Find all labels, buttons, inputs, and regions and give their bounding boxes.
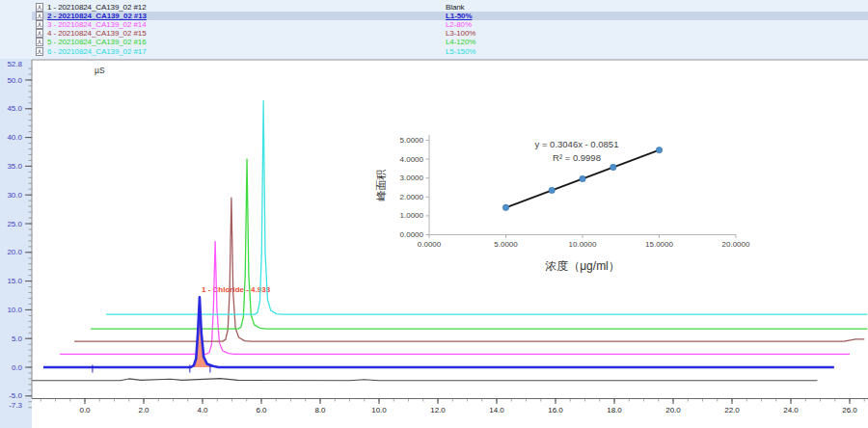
x-tick-label: 0.0	[79, 406, 91, 415]
y-tick-label: 20.0	[7, 248, 22, 256]
y-axis-min-label: -7.3	[9, 401, 22, 410]
y-tick-label: 40.0	[7, 133, 22, 142]
x-tick-label: 10.0	[371, 406, 387, 415]
legend-row-2[interactable]: 2 - 20210824_CA139_02 #13L1-50%	[32, 12, 868, 20]
legend-sample-name: 2 - 20210824_CA139_02 #13	[47, 12, 147, 20]
legend-row-5[interactable]: 5 - 20210824_CA139_02 #16L4-120%	[32, 38, 868, 46]
calibration-x-tick-label: 5.0000	[494, 240, 518, 249]
calibration-r2: R² = 0.9998	[553, 152, 601, 163]
x-tick-label: 4.0	[197, 406, 208, 415]
legend-level-label: L3-100%	[446, 29, 475, 38]
y-tick-label: 5.0	[12, 334, 23, 343]
chromatography-app-window: µS 1 - Chloride - 4.933 y = 0.3046x - 0.…	[0, 0, 868, 428]
y-tick-label: 15.0	[7, 277, 22, 285]
x-tick-label: 22.0	[724, 406, 740, 415]
calibration-equation: y = 0.3046x - 0.0851	[535, 139, 619, 149]
y-tick-label: -5.0	[9, 391, 22, 400]
x-tick-label: 12.0	[430, 406, 446, 415]
x-tick-label: 26.0	[842, 406, 857, 415]
trace-l1-50[interactable]	[43, 297, 834, 367]
legend-level-label: Blank	[446, 3, 465, 12]
x-tick-label: 8.0	[314, 406, 326, 415]
calibration-y-tick-label: 3.0000	[400, 174, 424, 182]
y-tick-label: 10.0	[7, 306, 22, 314]
x-tick-label: 2.0	[138, 406, 149, 415]
legend-row-3[interactable]: 3 - 20210824_CA139_02 #14L2-80%	[32, 20, 868, 29]
legend-row-6[interactable]: 6 - 20210824_CA139_02 #17L5-150%	[32, 47, 868, 56]
trace-l4-120[interactable]	[91, 159, 867, 329]
x-tick-label: 14.0	[489, 406, 504, 415]
calibration-point[interactable]	[549, 187, 555, 193]
calibration-x-tick-label: 20.0000	[722, 240, 750, 249]
y-tick-label: 50.0	[7, 76, 22, 85]
legend-level-label: L4-120%	[446, 38, 475, 46]
calibration-x-tick-label: 15.0000	[645, 240, 673, 249]
trace-blank[interactable]	[32, 379, 817, 381]
chromatogram-file-icon	[36, 47, 43, 58]
legend-row-1[interactable]: 1 - 20210824_CA139_02 #12Blank	[32, 3, 868, 12]
legend-level-label: L2-80%	[446, 20, 472, 29]
legend-sample-name: 5 - 20210824_CA139_02 #16	[47, 38, 146, 46]
legend-sample-name: 1 - 20210824_CA139_02 #12	[47, 3, 146, 12]
legend-sample-name: 3 - 20210824_CA139_02 #14	[47, 20, 146, 29]
x-tick-label: 24.0	[783, 406, 799, 415]
chromatogram-plot: µS 1 - Chloride - 4.933 y = 0.3046x - 0.…	[0, 0, 868, 428]
trace-legend: 1 - 20210824_CA139_02 #12Blank2 - 202108…	[0, 0, 868, 59]
calibration-x-tick-label: 0.0000	[418, 240, 442, 249]
x-tick-label: 16.0	[548, 406, 563, 415]
x-tick-label: 20.0	[665, 406, 681, 415]
legend-level-label: L1-50%	[446, 12, 472, 20]
calibration-x-tick-label: 10.0000	[569, 240, 597, 249]
calibration-y-tick-label: 1.0000	[400, 211, 424, 220]
calibration-point[interactable]	[580, 175, 585, 181]
legend-row-4[interactable]: 4 - 20210824_CA139_02 #15L3-100%	[32, 29, 868, 38]
x-tick-label: 18.0	[607, 406, 622, 415]
y-tick-label: 0.0	[12, 363, 23, 372]
legend-sample-name: 6 - 20210824_CA139_02 #17	[47, 47, 146, 56]
y-axis-max-label: 52.8	[7, 60, 22, 68]
calibration-point[interactable]	[610, 164, 616, 170]
calibration-y-tick-label: 5.0000	[400, 136, 424, 145]
calibration-xlabel: 浓度（μg/ml）	[545, 259, 620, 273]
calibration-y-tick-label: 2.0000	[400, 193, 424, 201]
signal-unit-label: µS	[95, 66, 105, 75]
calibration-y-tick-label: 0.0000	[400, 230, 424, 239]
y-tick-label: 35.0	[7, 162, 22, 171]
calibration-y-tick-label: 4.0000	[400, 155, 424, 164]
calibration-ylabel: 峰面积	[375, 170, 387, 201]
calibration-point[interactable]	[656, 147, 662, 152]
trace-l2-80[interactable]	[60, 241, 850, 354]
calibration-point[interactable]	[502, 204, 508, 210]
trace-l5-150[interactable]	[106, 100, 867, 314]
y-tick-label: 30.0	[7, 191, 22, 200]
legend-level-label: L5-150%	[446, 47, 475, 56]
y-tick-label: 45.0	[7, 104, 22, 113]
legend-sample-name: 4 - 20210824_CA139_02 #15	[47, 29, 146, 38]
trace-l3-100[interactable]	[74, 198, 864, 341]
x-tick-label: 6.0	[256, 406, 267, 415]
y-tick-label: 25.0	[7, 220, 22, 228]
